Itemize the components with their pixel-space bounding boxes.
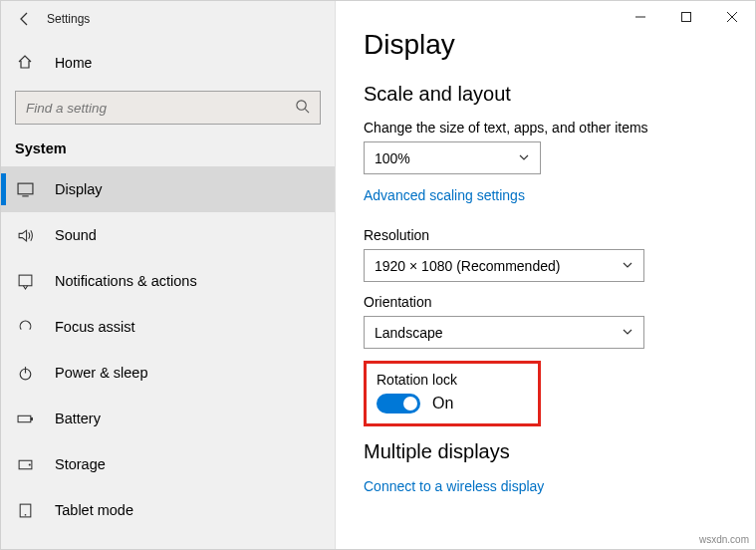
nav-list: Display Sound Notifications & actions Fo… [1,166,335,533]
nav-item-power[interactable]: Power & sleep [1,350,335,396]
window-controls [618,1,755,33]
resolution-value: 1920 × 1080 (Recommended) [375,258,560,274]
svg-point-10 [28,463,30,465]
nav-item-tablet[interactable]: Tablet mode [1,487,335,533]
nav-section-header: System [1,137,335,166]
minimize-button[interactable] [618,1,663,33]
svg-rect-14 [682,13,691,22]
search-input[interactable] [26,101,295,116]
notifications-icon [15,271,35,291]
nav-item-notifications[interactable]: Notifications & actions [1,258,335,304]
maximize-button[interactable] [663,1,709,33]
window-title: Settings [47,12,90,26]
scale-dropdown[interactable]: 100% [364,141,541,174]
sidebar: Settings Home System Display Sound [1,1,336,549]
titlebar: Settings [1,1,335,37]
nav-item-label: Display [55,181,103,197]
rotation-lock-highlight: Rotation lock On [364,361,541,426]
resolution-dropdown[interactable]: 1920 × 1080 (Recommended) [364,249,644,282]
svg-rect-2 [18,183,33,194]
nav-home-label: Home [55,55,92,71]
nav-home[interactable]: Home [1,43,335,83]
nav-item-label: Notifications & actions [55,273,197,289]
section-header-multi: Multiple displays [364,440,741,463]
orientation-dropdown[interactable]: Landscape [364,316,644,349]
resolution-label: Resolution [364,227,741,243]
svg-rect-7 [18,415,31,421]
nav-item-label: Tablet mode [55,502,133,518]
nav-item-label: Focus assist [55,319,135,335]
svg-point-0 [297,100,306,109]
nav-item-sound[interactable]: Sound [1,212,335,258]
svg-rect-4 [19,275,32,286]
back-button[interactable] [9,3,41,35]
sound-icon [15,225,35,245]
section-header-scale: Scale and layout [364,83,741,106]
chevron-down-icon [622,325,633,341]
search-box[interactable] [15,91,321,125]
page-title: Display [364,29,741,61]
chevron-down-icon [518,150,530,166]
scale-value: 100% [375,150,410,166]
svg-point-12 [24,513,26,515]
nav-item-label: Storage [55,456,106,472]
power-icon [15,363,35,383]
orientation-value: Landscape [375,325,443,341]
svg-line-1 [305,109,309,113]
content-pane: Display Scale and layout Change the size… [336,1,755,549]
nav-item-label: Power & sleep [55,365,148,381]
nav-item-storage[interactable]: Storage [1,441,335,487]
nav-item-battery[interactable]: Battery [1,396,335,441]
connect-wireless-link[interactable]: Connect to a wireless display [364,478,544,494]
chevron-down-icon [622,258,633,274]
nav-item-focus-assist[interactable]: Focus assist [1,304,335,350]
rotation-lock-toggle[interactable] [377,394,420,413]
nav-item-display[interactable]: Display [1,166,335,212]
scale-label: Change the size of text, apps, and other… [364,120,741,136]
battery-icon [15,409,35,428]
nav-item-label: Battery [55,411,101,426]
nav-item-label: Sound [55,227,97,243]
tablet-icon [15,500,35,520]
svg-rect-8 [30,416,32,419]
rotation-lock-label: Rotation lock [377,372,536,388]
focus-assist-icon [15,317,35,337]
storage-icon [15,454,35,474]
close-button[interactable] [709,1,755,33]
rotation-lock-value: On [432,395,453,412]
display-icon [15,179,35,199]
orientation-label: Orientation [364,294,741,310]
watermark: wsxdn.com [699,534,749,545]
search-icon [295,99,310,118]
home-icon [15,54,35,73]
advanced-scaling-link[interactable]: Advanced scaling settings [364,187,525,203]
